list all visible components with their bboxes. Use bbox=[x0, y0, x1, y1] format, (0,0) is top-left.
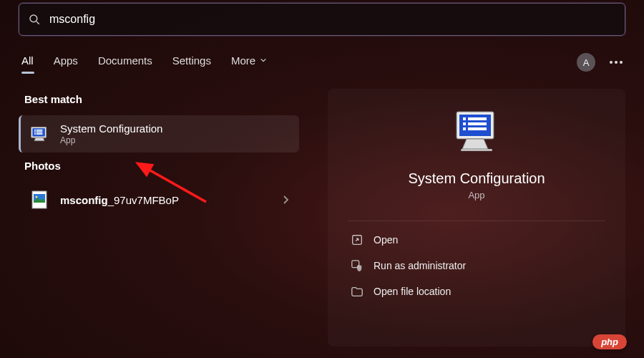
avatar[interactable]: A bbox=[577, 53, 595, 72]
result-subtitle: App bbox=[60, 135, 289, 145]
svg-rect-6 bbox=[34, 132, 36, 133]
section-photos-title: Photos bbox=[24, 160, 299, 172]
msconfig-icon bbox=[29, 123, 50, 145]
svg-rect-18 bbox=[468, 122, 487, 125]
more-menu-button[interactable] bbox=[610, 61, 623, 64]
tab-label: Apps bbox=[54, 54, 78, 67]
open-icon bbox=[351, 233, 364, 246]
svg-point-0 bbox=[30, 15, 37, 22]
tab-apps[interactable]: Apps bbox=[54, 54, 78, 71]
svg-rect-8 bbox=[34, 133, 36, 135]
admin-shield-icon bbox=[351, 259, 364, 272]
result-body: System Configuration App bbox=[60, 122, 289, 145]
tab-label: More bbox=[231, 54, 255, 67]
section-best-match-title: Best match bbox=[24, 93, 299, 105]
action-label: Open bbox=[374, 234, 398, 246]
tabs-row: All Apps Documents Settings More A bbox=[0, 36, 644, 79]
chevron-down-icon bbox=[260, 57, 267, 64]
action-open-location[interactable]: Open file location bbox=[348, 279, 605, 304]
tab-documents[interactable]: Documents bbox=[98, 54, 152, 71]
folder-icon bbox=[351, 285, 364, 298]
svg-rect-16 bbox=[468, 117, 487, 120]
action-open[interactable]: Open bbox=[348, 227, 605, 253]
tab-all[interactable]: All bbox=[21, 54, 34, 71]
svg-rect-5 bbox=[36, 130, 43, 131]
header-controls: A bbox=[577, 53, 623, 72]
svg-point-12 bbox=[36, 196, 38, 198]
svg-rect-20 bbox=[468, 127, 487, 130]
result-body: msconfig_97uv7MFBoP bbox=[60, 194, 282, 206]
results-column: Best match System Configuration App Phot… bbox=[19, 86, 299, 347]
svg-rect-4 bbox=[34, 130, 36, 131]
svg-rect-19 bbox=[463, 127, 466, 130]
avatar-initial: A bbox=[583, 57, 590, 68]
preview-panel: System Configuration App Open Run as adm… bbox=[328, 89, 625, 347]
result-title: msconfig_97uv7MFBoP bbox=[60, 194, 282, 206]
svg-rect-21 bbox=[461, 149, 492, 151]
tab-settings[interactable]: Settings bbox=[172, 54, 211, 71]
svg-rect-7 bbox=[36, 132, 43, 133]
search-bar[interactable] bbox=[19, 3, 625, 36]
tab-more[interactable]: More bbox=[231, 54, 267, 71]
result-photo-item[interactable]: msconfig_97uv7MFBoP bbox=[19, 182, 299, 218]
action-run-admin[interactable]: Run as administrator bbox=[348, 253, 605, 279]
svg-rect-15 bbox=[463, 117, 466, 120]
tab-label: All bbox=[21, 54, 34, 67]
preview-subtitle: App bbox=[468, 190, 484, 200]
svg-rect-9 bbox=[36, 133, 43, 135]
result-title: System Configuration bbox=[60, 122, 289, 135]
result-system-configuration[interactable]: System Configuration App bbox=[19, 115, 299, 153]
content-area: Best match System Configuration App Phot… bbox=[0, 79, 644, 347]
watermark-badge: php bbox=[592, 334, 627, 349]
svg-line-1 bbox=[36, 21, 39, 24]
preview-app-icon bbox=[451, 109, 502, 158]
action-label: Open file location bbox=[374, 286, 451, 297]
chevron-right-icon bbox=[282, 195, 289, 205]
action-label: Run as administrator bbox=[374, 260, 466, 271]
image-file-icon bbox=[29, 189, 50, 211]
search-input[interactable] bbox=[49, 13, 616, 26]
action-list: Open Run as administrator Open file loca… bbox=[348, 227, 605, 304]
search-icon bbox=[28, 13, 41, 26]
tab-label: Documents bbox=[98, 54, 152, 67]
divider bbox=[348, 221, 605, 221]
preview-title: System Configuration bbox=[408, 170, 545, 187]
tab-label: Settings bbox=[172, 54, 211, 67]
filter-tabs: All Apps Documents Settings More bbox=[21, 54, 577, 71]
svg-rect-17 bbox=[463, 122, 466, 125]
